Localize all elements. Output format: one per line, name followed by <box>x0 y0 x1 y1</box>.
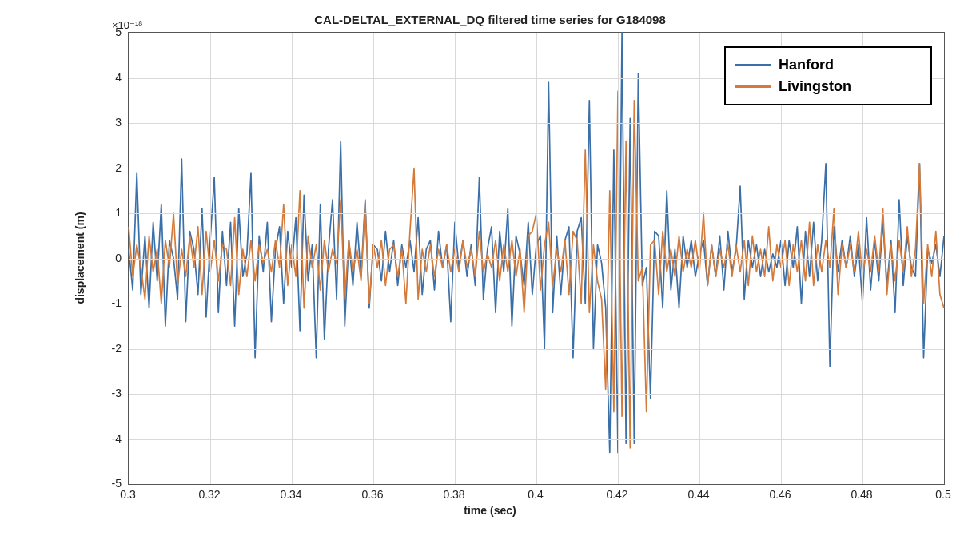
legend-entry: Livingston <box>735 76 919 97</box>
y-tick-label: -5 <box>112 477 128 490</box>
legend-label: Hanford <box>779 54 834 76</box>
chart-title: CAL-DELTAL_EXTERNAL_DQ filtered time ser… <box>314 13 666 26</box>
y-gridline <box>129 259 944 260</box>
legend-entry: Hanford <box>735 54 919 76</box>
x-tick-label: 0.4 <box>528 488 543 501</box>
x-tick-label: 0.3 <box>120 488 135 501</box>
y-tick-label: 0 <box>115 252 128 264</box>
y-gridline <box>129 304 944 304</box>
y-tick-label: 1 <box>115 206 128 219</box>
y-tick-label: 2 <box>115 161 128 174</box>
legend-swatch-icon <box>735 64 771 66</box>
y-gridline <box>129 213 944 214</box>
y-gridline <box>129 439 944 440</box>
x-tick-label: 0.34 <box>280 488 301 501</box>
y-gridline <box>129 349 944 350</box>
x-axis-label: time (sec) <box>464 504 516 517</box>
x-tick-label: 0.46 <box>769 488 791 501</box>
y-tick-label: -1 <box>112 296 128 309</box>
x-tick-label: 0.32 <box>198 488 220 501</box>
figure: CAL-DELTAL_EXTERNAL_DQ filtered time ser… <box>0 0 980 540</box>
x-tick-label: 0.44 <box>687 488 709 501</box>
legend-label: Livingston <box>779 76 851 97</box>
y-gridline <box>129 169 944 169</box>
y-tick-label: -4 <box>112 432 128 445</box>
x-tick-label: 0.38 <box>443 488 464 501</box>
y-tick-label: 5 <box>115 26 128 38</box>
legend-swatch-icon <box>735 85 771 88</box>
x-tick-label: 0.5 <box>935 488 950 501</box>
y-tick-label: -3 <box>112 387 128 399</box>
legend: HanfordLivingston <box>724 46 932 105</box>
x-tick-label: 0.36 <box>361 488 383 501</box>
y-tick-label: -2 <box>112 342 128 355</box>
y-axis-label: displacement (m) <box>74 212 86 304</box>
y-gridline <box>129 123 944 124</box>
x-tick-label: 0.48 <box>851 488 872 501</box>
y-tick-label: 3 <box>115 116 128 129</box>
y-tick-label: 4 <box>115 71 128 84</box>
x-tick-label: 0.42 <box>606 488 627 501</box>
y-gridline <box>129 394 944 395</box>
